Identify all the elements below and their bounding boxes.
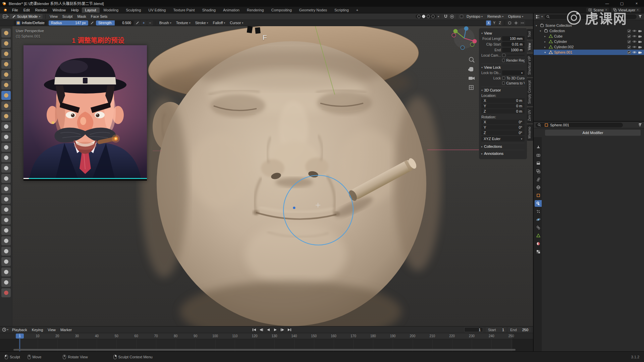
sidebar-tab-tool[interactable]: Tool (527, 29, 533, 40)
render-region-checkbox[interactable] (502, 59, 505, 62)
gizmo-x-neg-axis[interactable] (452, 33, 456, 37)
menubar-menu-edit[interactable]: Edit (21, 8, 33, 12)
properties-tab-constraints[interactable] (535, 224, 542, 231)
workspace-tab-modeling[interactable]: Modeling (100, 7, 122, 13)
properties-tab-tool[interactable] (535, 144, 542, 150)
navigation-gizmo[interactable] (452, 26, 477, 50)
mode-selector[interactable]: Sculpt Mode ▾ (10, 14, 43, 19)
strength-pressure-icon[interactable] (135, 20, 140, 25)
falloff-dropdown[interactable]: Falloff▾ (211, 21, 228, 25)
cursor-rotation-x-field[interactable]: X0° (481, 120, 525, 124)
hide-eye-icon[interactable] (632, 35, 637, 38)
focal-length-field[interactable]: 100 mm (502, 36, 525, 41)
outliner-editor-icon[interactable] (536, 15, 540, 19)
outliner-row-cylinder-002[interactable]: ▸ Cylinder.002 (534, 44, 644, 50)
progress-handle[interactable] (23, 178, 29, 179)
cursor-dropdown[interactable]: Cursor▾ (227, 21, 246, 25)
rotation-mode-dropdown[interactable]: XYZ Euler▾ (481, 136, 525, 141)
gizmo-toggle-icon[interactable] (513, 20, 519, 25)
workspace-tab-animation[interactable]: Animation (220, 7, 243, 13)
menubar-menu-help[interactable]: Help (68, 8, 82, 12)
sidebar-tab-view[interactable]: View (527, 41, 533, 53)
tool-nudge-button[interactable] (1, 236, 11, 245)
sidebar-tab-zen-uv[interactable]: Zen UV (527, 107, 533, 123)
tool-draw-button[interactable] (1, 28, 11, 38)
tool-draw-sharp-button[interactable] (1, 39, 11, 48)
overlay-toggle-icon[interactable] (507, 20, 513, 25)
gizmo-y-neg-axis[interactable] (470, 43, 474, 47)
hide-eye-icon[interactable] (632, 45, 637, 49)
outliner-row-scene-collection[interactable]: ▾ Scene Collection (534, 23, 644, 28)
exclude-checkbox[interactable] (627, 29, 631, 33)
editor-type-caret-icon[interactable]: ▾ (541, 15, 543, 18)
add-workspace-button[interactable]: + (353, 7, 362, 13)
material-shading-icon[interactable] (427, 15, 430, 18)
tool-elastic-deform-button[interactable] (1, 195, 11, 204)
close-button[interactable]: × (629, 0, 644, 7)
tool-snake-hook-button[interactable] (1, 205, 11, 214)
add-modifier-button[interactable]: Add Modifier (545, 130, 641, 136)
playhead-frame-label[interactable]: 1 (16, 334, 24, 339)
symmetry-x-toggle[interactable]: X (486, 20, 491, 25)
annotations-section-header[interactable]: ▸Annotations (481, 150, 525, 156)
outliner-row-cube[interactable]: ▸ Cube (534, 34, 644, 39)
marker-menu[interactable]: Marker (58, 328, 74, 332)
tool-cloth-button[interactable] (1, 278, 11, 287)
tool-pose-button[interactable] (1, 226, 11, 235)
properties-tab-output[interactable] (535, 160, 542, 167)
pan-hand-icon[interactable] (468, 67, 473, 71)
render-camera-icon[interactable] (638, 35, 642, 38)
keying-menu[interactable]: Keying (30, 328, 46, 332)
play-reverse-button[interactable] (265, 327, 271, 333)
clip-end-field[interactable]: 1000 m (502, 48, 525, 52)
workspace-tab-scripting[interactable]: Scripting (331, 7, 352, 13)
menubar-menu-window[interactable]: Window (50, 8, 68, 12)
active-brush-selector[interactable]: Inflate/Deflate (14, 20, 47, 25)
filter-icon[interactable] (638, 15, 642, 18)
3d-cursor-section-header[interactable]: ▾3D Cursor (481, 86, 525, 92)
cursor-location-y-field[interactable]: Y0 m (481, 104, 525, 108)
properties-tab-object-data[interactable] (535, 232, 542, 239)
properties-tab-world[interactable] (535, 184, 542, 191)
local-camera-field[interactable] (507, 55, 525, 56)
current-frame-field[interactable]: 1 (464, 327, 483, 332)
clip-start-field[interactable]: 0.01 m (502, 42, 525, 47)
gizmo-y-axis[interactable] (453, 29, 458, 34)
next-keyframe-button[interactable] (279, 327, 285, 333)
scene-unlink-icon[interactable]: × (605, 8, 607, 12)
camera-view-icon[interactable] (469, 77, 475, 80)
tool-layer-button[interactable] (1, 80, 11, 89)
gizmo-z-axis[interactable] (464, 26, 469, 31)
select-checkbox[interactable] (627, 35, 631, 38)
cursor-location-x-field[interactable]: X0 m (481, 98, 525, 103)
tool-mask-button[interactable] (1, 288, 11, 297)
tool-pinch-button[interactable] (1, 174, 11, 183)
hide-eye-icon[interactable] (632, 51, 637, 54)
blender-logo-icon[interactable] (3, 8, 8, 12)
select-checkbox[interactable] (627, 45, 631, 49)
workspace-tab-sculpting[interactable]: Sculpting (122, 7, 144, 13)
render-camera-icon[interactable] (638, 29, 642, 33)
outliner-row-collection[interactable]: ▾ Collection (534, 28, 644, 34)
symmetry-z-toggle[interactable]: Z (497, 20, 502, 25)
tool-inflate-button[interactable] (1, 91, 11, 100)
playback-menu[interactable]: Playback (10, 328, 30, 332)
render-camera-icon[interactable] (638, 51, 642, 54)
tool-grab-button[interactable] (1, 184, 11, 193)
timeline-scrollbar[interactable] (13, 349, 516, 351)
properties-tab-view-layer[interactable] (535, 168, 542, 175)
local-camera-checkbox[interactable] (502, 54, 505, 57)
tool-rotate-button[interactable] (1, 247, 11, 256)
ortho-toggle-icon[interactable] (469, 85, 473, 89)
to-3d-cursor-checkbox[interactable] (502, 76, 505, 80)
mask-menu[interactable]: Mask (75, 14, 88, 18)
view-lock-section-header[interactable]: ▾View Lock (481, 64, 525, 69)
zoom-icon[interactable] (469, 57, 474, 62)
symmetry-y-toggle[interactable]: Y (492, 20, 497, 25)
scene-selector[interactable]: Scene × (586, 8, 609, 12)
properties-tab-particles[interactable] (535, 208, 542, 215)
sidebar-tab-simply-concept[interactable]: Simply Concept (527, 78, 533, 106)
view-section-header[interactable]: ▾View (481, 31, 525, 35)
workspace-tab-compositing[interactable]: Compositing (268, 7, 295, 13)
lock-to-object-field[interactable]: ▪ (502, 70, 525, 75)
